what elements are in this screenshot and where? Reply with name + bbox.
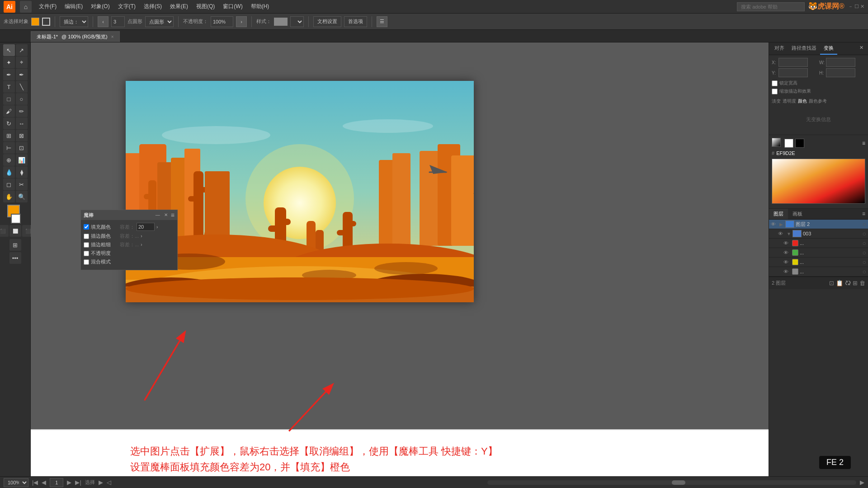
artboards-tool[interactable]: ⊞ — [9, 239, 21, 251]
make-mask-icon[interactable]: ⊡ — [829, 280, 834, 286]
document-tab[interactable]: 未标题-1* @ 100% (RGB/预览) × — [31, 31, 120, 42]
background-color[interactable] — [11, 214, 21, 224]
doc-settings-button[interactable]: 文档设置 — [313, 16, 341, 27]
transform-tab[interactable]: 变换 — [820, 42, 837, 55]
right-panel-close-button[interactable]: ✕ — [857, 42, 866, 55]
prefs-button[interactable]: 首选项 — [344, 16, 367, 27]
zoom-select[interactable]: 100% 50% 200% — [4, 478, 28, 487]
white-swatch[interactable] — [784, 139, 793, 148]
line-tool[interactable]: ╲ — [16, 81, 28, 93]
shape-select[interactable]: 点圆形 — [145, 16, 174, 27]
pencil-tool[interactable]: ✏ — [16, 105, 28, 117]
scroll-thumb[interactable] — [672, 480, 685, 485]
style-select[interactable] — [290, 16, 304, 27]
visibility-icon[interactable]: 👁 — [771, 221, 778, 227]
visibility-icon[interactable]: 👁 — [783, 269, 791, 274]
width-tool[interactable]: ⊢ — [3, 142, 15, 154]
x-input[interactable] — [778, 58, 808, 67]
zoom-tool[interactable]: 🔍 — [16, 191, 28, 202]
points-input[interactable] — [111, 16, 125, 27]
add-anchor-tool[interactable]: ✒ — [16, 69, 28, 80]
free-transform-tool[interactable]: ⊡ — [16, 142, 28, 154]
home-button[interactable]: ⌂ — [20, 1, 32, 13]
lasso-tool[interactable]: ⌖ — [16, 56, 28, 68]
stroke-color-checkbox[interactable] — [84, 234, 89, 239]
paintbrush-tool[interactable]: 🖌 — [3, 105, 15, 117]
new-layer-icon[interactable]: 📋 — [836, 280, 843, 286]
fill-color-checkbox[interactable] — [84, 224, 89, 230]
rotate-tool[interactable]: ↻ — [3, 117, 15, 129]
artboards-tab[interactable]: 画板 — [788, 209, 807, 219]
shape-builder-tool[interactable]: ⊕ — [3, 154, 15, 166]
pathfinder-tab[interactable]: 路径查找器 — [788, 42, 820, 55]
scale-tool[interactable]: ⊞ — [3, 130, 15, 141]
more-tools[interactable]: ••• — [9, 252, 21, 264]
tolerance-input[interactable] — [137, 223, 155, 231]
opacity-input[interactable] — [211, 16, 233, 27]
layer-row[interactable]: 👁 ... ○ — [769, 239, 868, 248]
stroke-color-arrow[interactable]: › — [141, 234, 142, 239]
menu-help[interactable]: 帮助(H) — [247, 1, 273, 12]
pen-tool[interactable]: ✒ — [3, 69, 15, 80]
rect-tool[interactable]: □ — [3, 93, 15, 105]
reflect-tool[interactable]: ↔ — [16, 117, 28, 129]
eraser-tool[interactable]: ◻ — [3, 178, 15, 190]
scroll-track[interactable] — [487, 480, 856, 485]
direct-select-tool[interactable]: ↗ — [16, 44, 28, 56]
menu-object[interactable]: 对象(O) — [87, 1, 113, 12]
stroke-weight-checkbox[interactable] — [84, 242, 89, 248]
screen-mode-2[interactable]: ⬜ — [9, 225, 21, 237]
visibility-icon[interactable]: 👁 — [783, 250, 791, 255]
warp-tool[interactable]: ⊠ — [16, 130, 28, 141]
layer-target[interactable]: ○ — [863, 268, 866, 275]
last-page-button[interactable]: ▶| — [75, 479, 81, 486]
color-ref-panel-label[interactable]: 颜色参考 — [809, 98, 827, 104]
ellipse-tool[interactable]: ○ — [16, 93, 28, 105]
duplicate-layer-icon[interactable]: ⊞ — [853, 280, 858, 286]
color-panel-menu[interactable]: ≡ — [862, 140, 865, 146]
align-tab[interactable]: 对齐 — [771, 42, 788, 55]
blend-tool[interactable]: ⧫ — [16, 166, 28, 178]
next-page-button[interactable]: ▶ — [67, 479, 71, 486]
menu-effect[interactable]: 效果(E) — [166, 1, 192, 12]
color-picker-gradient[interactable] — [772, 159, 865, 204]
stroke-weight-arrow[interactable]: › — [141, 242, 142, 247]
transparency-panel-label[interactable]: 透明度 — [783, 98, 796, 104]
h-input[interactable] — [826, 68, 855, 77]
hand-tool[interactable]: ✋ — [3, 191, 15, 202]
chart-tool[interactable]: 📊 — [16, 154, 28, 166]
warp-select[interactable]: 插边： — [60, 16, 88, 27]
layers-panel-menu[interactable]: ≡ — [859, 209, 868, 219]
gradient-icon[interactable] — [772, 138, 783, 149]
expand-arrow[interactable]: ▶ — [779, 222, 784, 227]
black-swatch[interactable] — [795, 139, 804, 148]
play-button[interactable]: ▶ — [99, 479, 103, 486]
style-swatch[interactable] — [274, 18, 288, 26]
layer-comp-icon[interactable]: 🗘 — [845, 280, 851, 286]
menu-edit[interactable]: 编辑(E) — [61, 1, 86, 12]
magic-wand-tool[interactable]: ✦ — [3, 56, 15, 68]
layer-target[interactable]: ○ — [863, 221, 866, 228]
blend-mode-checkbox[interactable] — [84, 259, 89, 265]
rewind-button[interactable]: ◁ — [107, 479, 111, 486]
layer-target[interactable]: ○ — [863, 249, 866, 256]
scale-strokes-checkbox[interactable] — [772, 89, 778, 94]
fade-panel-label[interactable]: 淡变 — [772, 98, 781, 104]
tab-close-button[interactable]: × — [111, 34, 114, 39]
delete-layer-icon[interactable]: 🗑 — [859, 280, 865, 286]
color-panel-label[interactable]: 颜色 — [798, 98, 807, 104]
stroke-indicator[interactable] — [42, 18, 50, 26]
page-number-input[interactable] — [50, 478, 63, 487]
layer-row[interactable]: 👁 ▼ 003 ○ — [769, 229, 868, 239]
panel-minimize-button[interactable]: — — [155, 211, 161, 218]
layer-row[interactable]: 👁 ... ○ — [769, 248, 868, 258]
w-input[interactable] — [826, 58, 855, 67]
screen-mode-1[interactable]: ⬛ — [0, 225, 9, 237]
visibility-icon[interactable]: 👁 — [778, 231, 785, 236]
menu-file[interactable]: 文件(F) — [35, 1, 60, 12]
fill-color-swatch[interactable] — [31, 18, 39, 26]
panel-close-button[interactable]: ✕ — [163, 211, 169, 218]
layers-tab[interactable]: 图层 — [769, 209, 788, 219]
menu-select[interactable]: 选择(S) — [140, 1, 165, 12]
y-input[interactable] — [778, 68, 808, 77]
